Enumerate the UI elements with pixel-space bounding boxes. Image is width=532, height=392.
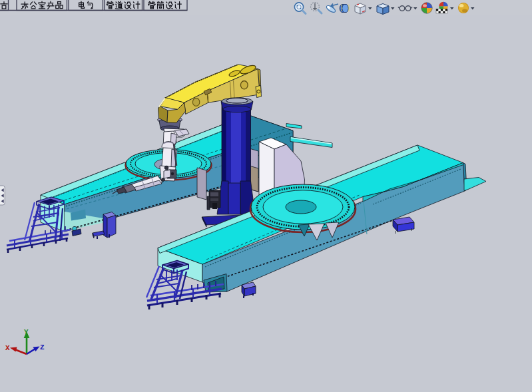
svg-text:Z: Z <box>40 343 45 351</box>
svg-text:Y: Y <box>24 328 29 336</box>
svg-text:X: X <box>5 344 10 352</box>
